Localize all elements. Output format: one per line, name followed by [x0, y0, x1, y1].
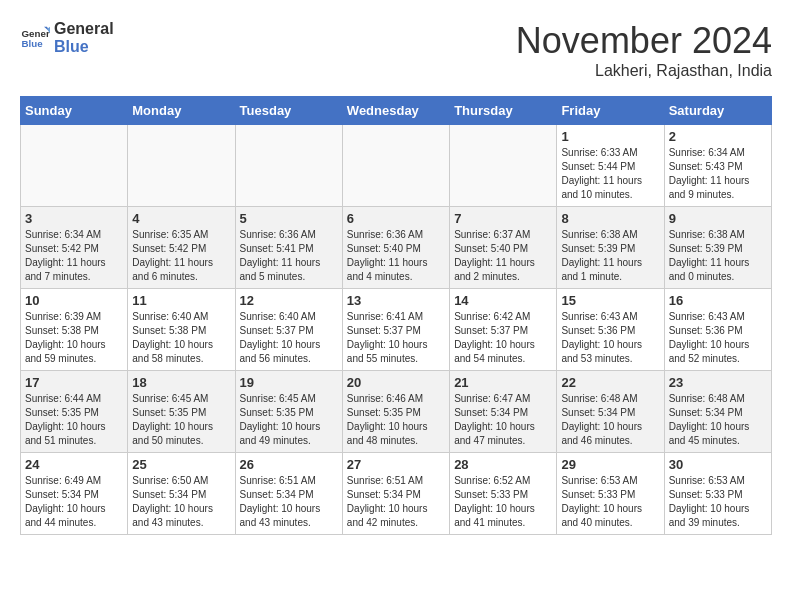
- weekday-header-friday: Friday: [557, 97, 664, 125]
- calendar-cell: 3Sunrise: 6:34 AM Sunset: 5:42 PM Daylig…: [21, 207, 128, 289]
- day-info: Sunrise: 6:36 AM Sunset: 5:41 PM Dayligh…: [240, 228, 338, 284]
- calendar-cell: [128, 125, 235, 207]
- calendar-cell: [21, 125, 128, 207]
- calendar-table: SundayMondayTuesdayWednesdayThursdayFrid…: [20, 96, 772, 535]
- calendar-cell: 7Sunrise: 6:37 AM Sunset: 5:40 PM Daylig…: [450, 207, 557, 289]
- calendar-cell: 25Sunrise: 6:50 AM Sunset: 5:34 PM Dayli…: [128, 453, 235, 535]
- day-number: 25: [132, 457, 230, 472]
- weekday-header-tuesday: Tuesday: [235, 97, 342, 125]
- day-number: 5: [240, 211, 338, 226]
- week-row-2: 3Sunrise: 6:34 AM Sunset: 5:42 PM Daylig…: [21, 207, 772, 289]
- day-number: 18: [132, 375, 230, 390]
- calendar-cell: 23Sunrise: 6:48 AM Sunset: 5:34 PM Dayli…: [664, 371, 771, 453]
- title-area: November 2024 Lakheri, Rajasthan, India: [516, 20, 772, 80]
- day-info: Sunrise: 6:52 AM Sunset: 5:33 PM Dayligh…: [454, 474, 552, 530]
- day-number: 19: [240, 375, 338, 390]
- calendar-cell: [450, 125, 557, 207]
- svg-text:General: General: [22, 27, 51, 38]
- day-info: Sunrise: 6:36 AM Sunset: 5:40 PM Dayligh…: [347, 228, 445, 284]
- day-number: 14: [454, 293, 552, 308]
- day-number: 20: [347, 375, 445, 390]
- calendar-cell: 24Sunrise: 6:49 AM Sunset: 5:34 PM Dayli…: [21, 453, 128, 535]
- logo-blue-text: Blue: [54, 38, 114, 56]
- calendar-cell: 10Sunrise: 6:39 AM Sunset: 5:38 PM Dayli…: [21, 289, 128, 371]
- calendar-cell: 18Sunrise: 6:45 AM Sunset: 5:35 PM Dayli…: [128, 371, 235, 453]
- day-info: Sunrise: 6:33 AM Sunset: 5:44 PM Dayligh…: [561, 146, 659, 202]
- calendar-cell: 17Sunrise: 6:44 AM Sunset: 5:35 PM Dayli…: [21, 371, 128, 453]
- day-info: Sunrise: 6:51 AM Sunset: 5:34 PM Dayligh…: [347, 474, 445, 530]
- calendar-cell: 27Sunrise: 6:51 AM Sunset: 5:34 PM Dayli…: [342, 453, 449, 535]
- day-number: 13: [347, 293, 445, 308]
- day-info: Sunrise: 6:41 AM Sunset: 5:37 PM Dayligh…: [347, 310, 445, 366]
- day-info: Sunrise: 6:48 AM Sunset: 5:34 PM Dayligh…: [561, 392, 659, 448]
- calendar-cell: 4Sunrise: 6:35 AM Sunset: 5:42 PM Daylig…: [128, 207, 235, 289]
- day-info: Sunrise: 6:45 AM Sunset: 5:35 PM Dayligh…: [240, 392, 338, 448]
- weekday-header-saturday: Saturday: [664, 97, 771, 125]
- day-info: Sunrise: 6:38 AM Sunset: 5:39 PM Dayligh…: [561, 228, 659, 284]
- calendar-cell: 9Sunrise: 6:38 AM Sunset: 5:39 PM Daylig…: [664, 207, 771, 289]
- day-number: 24: [25, 457, 123, 472]
- day-number: 26: [240, 457, 338, 472]
- day-number: 10: [25, 293, 123, 308]
- day-number: 4: [132, 211, 230, 226]
- day-info: Sunrise: 6:34 AM Sunset: 5:43 PM Dayligh…: [669, 146, 767, 202]
- week-row-3: 10Sunrise: 6:39 AM Sunset: 5:38 PM Dayli…: [21, 289, 772, 371]
- month-title: November 2024: [516, 20, 772, 62]
- calendar-cell: 16Sunrise: 6:43 AM Sunset: 5:36 PM Dayli…: [664, 289, 771, 371]
- calendar-body: 1Sunrise: 6:33 AM Sunset: 5:44 PM Daylig…: [21, 125, 772, 535]
- day-info: Sunrise: 6:40 AM Sunset: 5:37 PM Dayligh…: [240, 310, 338, 366]
- day-number: 17: [25, 375, 123, 390]
- day-info: Sunrise: 6:47 AM Sunset: 5:34 PM Dayligh…: [454, 392, 552, 448]
- day-info: Sunrise: 6:39 AM Sunset: 5:38 PM Dayligh…: [25, 310, 123, 366]
- logo-general-text: General: [54, 20, 114, 38]
- svg-text:Blue: Blue: [22, 38, 44, 49]
- day-number: 30: [669, 457, 767, 472]
- calendar-cell: 28Sunrise: 6:52 AM Sunset: 5:33 PM Dayli…: [450, 453, 557, 535]
- day-number: 11: [132, 293, 230, 308]
- weekday-header-thursday: Thursday: [450, 97, 557, 125]
- weekday-row: SundayMondayTuesdayWednesdayThursdayFrid…: [21, 97, 772, 125]
- day-info: Sunrise: 6:53 AM Sunset: 5:33 PM Dayligh…: [669, 474, 767, 530]
- day-info: Sunrise: 6:40 AM Sunset: 5:38 PM Dayligh…: [132, 310, 230, 366]
- day-info: Sunrise: 6:44 AM Sunset: 5:35 PM Dayligh…: [25, 392, 123, 448]
- calendar-cell: [342, 125, 449, 207]
- day-number: 6: [347, 211, 445, 226]
- day-info: Sunrise: 6:43 AM Sunset: 5:36 PM Dayligh…: [669, 310, 767, 366]
- day-number: 9: [669, 211, 767, 226]
- calendar-cell: 20Sunrise: 6:46 AM Sunset: 5:35 PM Dayli…: [342, 371, 449, 453]
- page-header: General Blue General Blue November 2024 …: [20, 20, 772, 80]
- weekday-header-wednesday: Wednesday: [342, 97, 449, 125]
- day-number: 1: [561, 129, 659, 144]
- day-info: Sunrise: 6:43 AM Sunset: 5:36 PM Dayligh…: [561, 310, 659, 366]
- day-info: Sunrise: 6:45 AM Sunset: 5:35 PM Dayligh…: [132, 392, 230, 448]
- calendar-cell: 11Sunrise: 6:40 AM Sunset: 5:38 PM Dayli…: [128, 289, 235, 371]
- calendar-cell: 1Sunrise: 6:33 AM Sunset: 5:44 PM Daylig…: [557, 125, 664, 207]
- weekday-header-sunday: Sunday: [21, 97, 128, 125]
- day-number: 16: [669, 293, 767, 308]
- week-row-4: 17Sunrise: 6:44 AM Sunset: 5:35 PM Dayli…: [21, 371, 772, 453]
- logo-icon: General Blue: [20, 23, 50, 53]
- day-number: 7: [454, 211, 552, 226]
- day-info: Sunrise: 6:35 AM Sunset: 5:42 PM Dayligh…: [132, 228, 230, 284]
- day-info: Sunrise: 6:50 AM Sunset: 5:34 PM Dayligh…: [132, 474, 230, 530]
- calendar-cell: 5Sunrise: 6:36 AM Sunset: 5:41 PM Daylig…: [235, 207, 342, 289]
- day-info: Sunrise: 6:37 AM Sunset: 5:40 PM Dayligh…: [454, 228, 552, 284]
- day-info: Sunrise: 6:42 AM Sunset: 5:37 PM Dayligh…: [454, 310, 552, 366]
- calendar-header: SundayMondayTuesdayWednesdayThursdayFrid…: [21, 97, 772, 125]
- day-number: 2: [669, 129, 767, 144]
- weekday-header-monday: Monday: [128, 97, 235, 125]
- calendar-cell: 19Sunrise: 6:45 AM Sunset: 5:35 PM Dayli…: [235, 371, 342, 453]
- day-number: 23: [669, 375, 767, 390]
- day-number: 15: [561, 293, 659, 308]
- day-number: 22: [561, 375, 659, 390]
- day-info: Sunrise: 6:38 AM Sunset: 5:39 PM Dayligh…: [669, 228, 767, 284]
- calendar-cell: 14Sunrise: 6:42 AM Sunset: 5:37 PM Dayli…: [450, 289, 557, 371]
- day-info: Sunrise: 6:49 AM Sunset: 5:34 PM Dayligh…: [25, 474, 123, 530]
- calendar-cell: 2Sunrise: 6:34 AM Sunset: 5:43 PM Daylig…: [664, 125, 771, 207]
- calendar-cell: 30Sunrise: 6:53 AM Sunset: 5:33 PM Dayli…: [664, 453, 771, 535]
- location-title: Lakheri, Rajasthan, India: [516, 62, 772, 80]
- day-info: Sunrise: 6:34 AM Sunset: 5:42 PM Dayligh…: [25, 228, 123, 284]
- day-info: Sunrise: 6:46 AM Sunset: 5:35 PM Dayligh…: [347, 392, 445, 448]
- day-number: 27: [347, 457, 445, 472]
- day-number: 28: [454, 457, 552, 472]
